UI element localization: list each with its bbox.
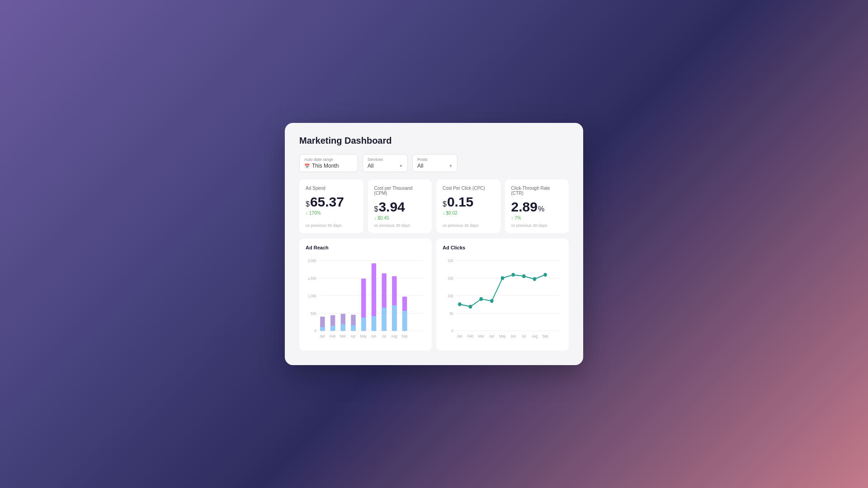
services-filter[interactable]: Services All ▼ <box>363 154 408 172</box>
services-label: Services <box>368 157 403 162</box>
metric-currency: $ <box>306 200 310 208</box>
svg-rect-23 <box>382 308 386 331</box>
svg-text:May: May <box>360 334 367 338</box>
ad-reach-chart: Ad Reach 2,000 1,500 1,000 500 0 <box>299 239 432 351</box>
svg-text:Aug: Aug <box>391 334 397 338</box>
filters-row: Auto date range 📅 This Month Services Al… <box>299 154 569 172</box>
chevron-down-icon: ▼ <box>449 164 453 168</box>
svg-rect-13 <box>330 326 335 331</box>
metric-change: ↑ 7% <box>511 216 563 221</box>
svg-point-55 <box>543 273 547 277</box>
calendar-icon: 📅 <box>304 164 310 169</box>
svg-point-51 <box>501 276 505 280</box>
posts-value: All <box>417 163 423 169</box>
svg-text:2,000: 2,000 <box>308 258 316 263</box>
line-chart-svg: 200 150 100 50 0 <box>443 256 562 346</box>
svg-rect-15 <box>341 324 345 331</box>
svg-text:Jan: Jan <box>320 334 325 338</box>
metric-title: Cost Per Click (CPC) <box>443 186 494 191</box>
metric-currency: $ <box>374 205 378 213</box>
dashboard-card: Marketing Dashboard Auto date range 📅 Th… <box>285 123 583 365</box>
svg-text:Mar: Mar <box>340 334 346 338</box>
svg-text:Aug: Aug <box>532 334 538 338</box>
svg-text:Apr: Apr <box>350 334 356 338</box>
metric-value: 3.94 <box>378 200 405 214</box>
svg-point-54 <box>533 277 537 281</box>
metric-title: Click-Through Rate (CTR) <box>511 186 563 196</box>
svg-text:Sep: Sep <box>542 334 548 338</box>
svg-text:0: 0 <box>314 329 316 333</box>
svg-text:1,000: 1,000 <box>308 294 316 298</box>
svg-text:150: 150 <box>448 276 453 280</box>
metric-title: Ad Spend <box>306 186 357 191</box>
metric-value: 2.89 <box>511 200 538 214</box>
metric-change: ↓ 170% <box>306 211 357 216</box>
svg-point-47 <box>458 302 462 306</box>
svg-text:Feb: Feb <box>467 334 474 338</box>
metric-value-row: $ 3.94 <box>374 200 426 214</box>
chevron-down-icon: ▼ <box>399 164 403 168</box>
date-range-filter[interactable]: Auto date range 📅 This Month <box>299 154 358 172</box>
svg-text:50: 50 <box>449 311 453 315</box>
svg-rect-19 <box>361 318 366 331</box>
metric-ctr: Click-Through Rate (CTR) 2.89 % ↑ 7% vs … <box>505 179 569 233</box>
svg-point-48 <box>469 305 472 308</box>
svg-rect-25 <box>392 305 396 331</box>
posts-label: Posts <box>417 157 453 162</box>
metric-change: ↓ $0.02 <box>443 211 494 216</box>
metric-value-row: $ 65.37 <box>306 195 357 209</box>
line-chart-title: Ad Clicks <box>443 245 562 250</box>
svg-point-50 <box>490 299 494 303</box>
charts-grid: Ad Reach 2,000 1,500 1,000 500 0 <box>299 239 569 351</box>
svg-rect-17 <box>351 325 355 331</box>
ad-clicks-chart: Ad Clicks 200 150 100 50 0 <box>436 239 569 351</box>
metric-cpc: Cost Per Click (CPC) $ 0.15 ↓ $0.02 vs p… <box>436 179 500 233</box>
metric-change: ↓ $0.45 <box>374 216 426 221</box>
metric-value-row: $ 0.15 <box>443 195 494 209</box>
metrics-grid: Ad Spend $ 65.37 ↓ 170% vs previous 30 d… <box>299 179 569 233</box>
svg-text:Jun: Jun <box>371 334 376 338</box>
metric-cpm: Cost per Thousand (CPM) $ 3.94 ↓ $0.45 v… <box>368 179 432 233</box>
svg-text:0: 0 <box>451 329 453 333</box>
line-chart-area: 200 150 100 50 0 <box>443 256 562 346</box>
metric-currency: $ <box>443 200 447 208</box>
svg-rect-27 <box>402 311 407 331</box>
svg-text:Feb: Feb <box>330 334 336 338</box>
metric-value-row: 2.89 % <box>511 200 563 214</box>
bar-chart-title: Ad Reach <box>306 245 425 250</box>
metric-value: 0.15 <box>447 195 473 209</box>
svg-text:Jan: Jan <box>457 334 462 338</box>
svg-text:100: 100 <box>448 294 453 298</box>
svg-text:500: 500 <box>311 311 316 315</box>
metric-value: 65.37 <box>310 195 344 209</box>
metric-vs: vs previous 30 days <box>511 223 563 228</box>
svg-rect-11 <box>320 327 325 331</box>
date-range-label: Auto date range <box>304 157 353 162</box>
svg-text:1,500: 1,500 <box>308 276 316 280</box>
page-title: Marketing Dashboard <box>299 136 569 146</box>
metric-ad-spend: Ad Spend $ 65.37 ↓ 170% vs previous 30 d… <box>299 179 363 233</box>
services-value: All <box>368 163 373 169</box>
svg-text:200: 200 <box>448 258 453 263</box>
svg-point-53 <box>522 274 526 278</box>
svg-text:Jul: Jul <box>382 334 386 338</box>
svg-text:May: May <box>499 334 505 338</box>
date-range-value: This Month <box>312 163 339 169</box>
metric-vs: vs previous 30 days <box>374 223 426 228</box>
svg-point-52 <box>511 273 515 277</box>
bar-chart-area: 2,000 1,500 1,000 500 0 <box>306 256 425 346</box>
svg-text:Mar: Mar <box>478 334 484 338</box>
svg-point-49 <box>479 297 483 301</box>
posts-filter[interactable]: Posts All ▼ <box>412 154 458 172</box>
metric-suffix: % <box>538 205 544 213</box>
metric-vs: vs previous 30 days <box>443 223 494 228</box>
svg-text:Jun: Jun <box>510 334 516 338</box>
svg-text:Apr: Apr <box>489 334 495 338</box>
svg-rect-21 <box>372 316 376 331</box>
svg-text:Jul: Jul <box>522 334 526 338</box>
metric-vs: vs previous 30 days <box>306 223 357 228</box>
metric-title: Cost per Thousand (CPM) <box>374 186 426 196</box>
svg-text:Sep: Sep <box>401 334 408 338</box>
bar-chart-svg: 2,000 1,500 1,000 500 0 <box>306 256 425 346</box>
